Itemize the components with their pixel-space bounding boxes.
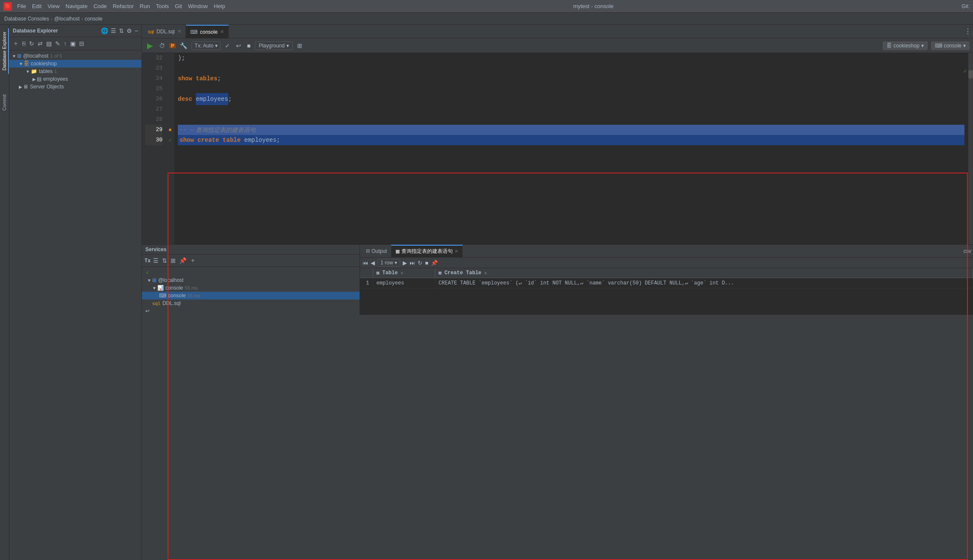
services-item-localhost[interactable]: ▼ ⊞ @localhost xyxy=(142,276,360,284)
sidebar-close-icon[interactable]: − xyxy=(135,27,138,34)
results-table[interactable]: ▦ Table ⇅ ▦ Create Table ⇅ xyxy=(360,268,973,315)
tx-select[interactable]: Tx: Auto ▾ xyxy=(192,41,220,50)
refresh-results-btn[interactable]: ↻ xyxy=(418,260,422,266)
menu-run[interactable]: Run xyxy=(140,3,150,9)
commit-btn[interactable]: ✓ xyxy=(223,41,232,50)
col-table-header[interactable]: ▦ Table ⇅ xyxy=(373,268,435,278)
menu-view[interactable]: View xyxy=(47,3,59,9)
tree-item-localhost[interactable]: ▼ ⊞ @localhost 1 of 5 xyxy=(9,52,142,60)
tree-item-server-objects[interactable]: ▶ 🖥 Server Objects xyxy=(9,83,142,91)
code-content[interactable]: ); show tables ; desc employees ; xyxy=(174,53,968,244)
services-group-btn[interactable]: ⊞ xyxy=(170,256,177,265)
menu-git[interactable]: Git xyxy=(175,3,182,9)
col-create-table-header[interactable]: ▦ Create Table ⇅ xyxy=(435,268,973,278)
db-icon: 🗄 xyxy=(887,43,892,49)
results-tab-query[interactable]: ▦ 查询指定表的建表语句 ✕ xyxy=(391,245,463,257)
sidebar-list-icon[interactable]: ☰ xyxy=(111,27,116,34)
copy-btn[interactable]: ⎘ xyxy=(21,39,27,48)
up-btn[interactable]: ↑ xyxy=(63,39,68,48)
prev-row-btn[interactable]: ◀ xyxy=(371,260,375,266)
menu-window[interactable]: Window xyxy=(188,3,208,9)
cancel-results-btn[interactable]: ■ xyxy=(425,260,428,266)
first-row-btn[interactable]: ⏮ xyxy=(363,260,368,266)
breadcrumb-item-localhost[interactable]: @localhost xyxy=(54,16,80,22)
sidebar-settings-icon[interactable]: ⚙ xyxy=(127,27,132,34)
expand-cookieshop-arrow[interactable]: ▼ xyxy=(19,62,23,66)
services-item-console[interactable]: ⌨ console 55 ms xyxy=(142,292,360,299)
menu-edit[interactable]: Edit xyxy=(32,3,41,9)
tab-ddl[interactable]: sql DDL.sql ✕ xyxy=(144,25,186,38)
code-editor[interactable]: 22 23 24 25 26 27 28 29 30 xyxy=(142,53,973,244)
cookieshop-icon: 🗄 xyxy=(24,61,29,67)
services-rollback-row[interactable]: ↩ xyxy=(142,307,360,315)
services-align-btn[interactable]: ☰ xyxy=(152,256,159,265)
tree-item-employees[interactable]: ▶ ▤ employees xyxy=(9,75,142,83)
menu-bar[interactable]: File Edit View Navigate Code Refactor Ru… xyxy=(17,3,225,9)
title-bar-right: Git: xyxy=(961,3,970,9)
sidebar-sort-icon[interactable]: ⇅ xyxy=(119,27,124,34)
sort-icon[interactable]: ⇅ xyxy=(401,271,404,276)
results-tab-output[interactable]: ⊟ Output xyxy=(362,245,391,257)
refresh-btn[interactable]: ↻ xyxy=(28,39,35,48)
table-row[interactable]: 1 employees CREATE TABLE `employees` (↵ … xyxy=(360,278,973,288)
menu-file[interactable]: File xyxy=(17,3,26,9)
next-row-btn[interactable]: ▶ xyxy=(403,260,407,266)
csv-btn[interactable]: csv xyxy=(964,248,971,254)
vtab-database-explorer[interactable]: Database Explorer xyxy=(0,28,9,74)
menu-navigate[interactable]: Navigate xyxy=(65,3,87,9)
tab-ddl-close[interactable]: ✕ xyxy=(177,29,181,34)
services-item-ddl[interactable]: sql DDL.sql xyxy=(142,299,360,307)
menu-code[interactable]: Code xyxy=(94,3,107,9)
sync-btn[interactable]: ⇄ xyxy=(37,39,44,48)
tab-more-btn[interactable]: ⋮ xyxy=(964,27,971,35)
expand-employees-arrow[interactable]: ▶ xyxy=(32,77,36,82)
breadcrumb-item-console[interactable]: console xyxy=(85,16,102,22)
sidebar: Database Explorer 🌐 ☰ ⇅ ⚙ − ＋ ⎘ ↻ ⇄ ▤ ✎ … xyxy=(9,25,142,560)
localhost-badge: 1 of 5 xyxy=(50,53,62,59)
tab-console-close[interactable]: ✕ xyxy=(220,29,224,35)
stop-btn[interactable]: ■ xyxy=(245,41,252,50)
expand-console-group-arrow[interactable]: ▼ xyxy=(152,286,156,290)
pin-results-btn[interactable]: 📌 xyxy=(431,260,438,266)
console-btn[interactable]: ▣ xyxy=(69,39,77,48)
settings-btn[interactable]: 🔧 xyxy=(178,41,189,50)
rollback-btn[interactable]: ↩ xyxy=(234,41,243,50)
edit-btn[interactable]: ✎ xyxy=(54,39,61,48)
row-label: 1 row xyxy=(380,260,393,266)
playground-btn[interactable]: Playground ▾ xyxy=(255,41,293,50)
services-add-btn[interactable]: ＋ xyxy=(189,256,197,265)
breadcrumb-item-database-consoles[interactable]: Database Consoles xyxy=(4,16,49,22)
row-create-value: CREATE TABLE `employees` (↵ `id` int NOT… xyxy=(435,278,973,288)
db-chevron-icon: ▾ xyxy=(921,43,924,49)
tree-item-tables[interactable]: ▼ 📁 tables 1 xyxy=(9,67,142,75)
services-sort-btn[interactable]: ⇅ xyxy=(161,256,168,265)
vtab-commit[interactable]: Commit xyxy=(0,91,9,114)
grid-btn[interactable]: ⊞ xyxy=(295,41,304,50)
sidebar-globe-icon[interactable]: 🌐 xyxy=(101,27,108,34)
services-toolbar: Tx ☰ ⇅ ⊞ 📌 ＋ xyxy=(142,255,360,267)
row-select[interactable]: 1 row ▾ xyxy=(377,259,400,267)
console-select[interactable]: ⌨ console ▾ xyxy=(931,41,970,50)
timer-btn[interactable]: ⏱ xyxy=(157,41,167,50)
expand-server-objects-arrow[interactable]: ▶ xyxy=(19,85,22,89)
schema-btn[interactable]: ▤ xyxy=(45,39,53,48)
editor-scrollbar[interactable]: ✓ xyxy=(968,53,973,244)
results-tab-query-close[interactable]: ✕ xyxy=(454,249,458,254)
expand-services-localhost-arrow[interactable]: ▼ xyxy=(147,278,151,283)
menu-refactor[interactable]: Refactor xyxy=(113,3,134,9)
services-pin-btn[interactable]: 📌 xyxy=(178,256,187,265)
tab-console[interactable]: ⌨ console ✕ xyxy=(186,25,229,38)
last-row-btn[interactable]: ⏭ xyxy=(410,260,415,266)
services-item-console-group[interactable]: ▼ 📊 console 55 ms xyxy=(142,284,360,292)
tree-item-cookieshop[interactable]: ▼ 🗄 cookieshop xyxy=(9,60,142,67)
run-btn[interactable]: ▶ xyxy=(145,40,155,51)
filter-btn[interactable]: ⊟ xyxy=(78,39,85,48)
expand-localhost-arrow[interactable]: ▼ xyxy=(12,54,16,59)
sort-icon-2[interactable]: ⇅ xyxy=(484,271,487,276)
services-commit-btn[interactable]: ✓ xyxy=(142,269,360,276)
db-select[interactable]: 🗄 cookieshop ▾ xyxy=(883,41,928,50)
expand-tables-arrow[interactable]: ▼ xyxy=(26,69,30,74)
add-connection-btn[interactable]: ＋ xyxy=(12,39,20,48)
menu-tools[interactable]: Tools xyxy=(156,3,169,9)
menu-help[interactable]: Help xyxy=(214,3,225,9)
